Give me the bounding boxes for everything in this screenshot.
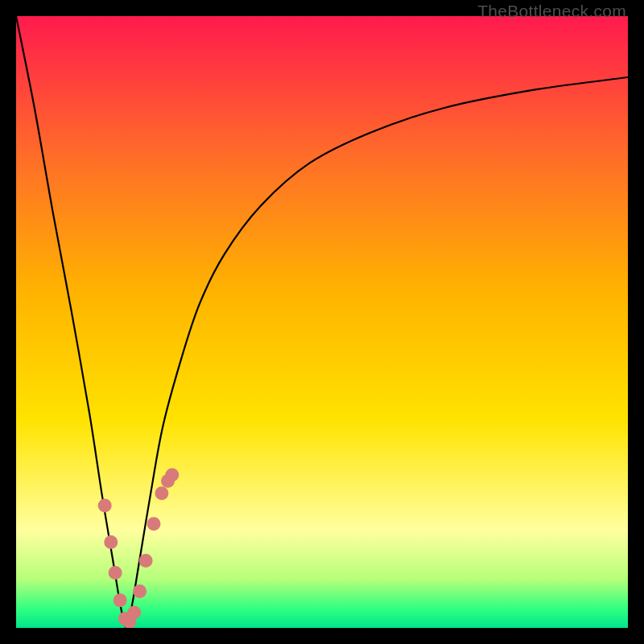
dot: [139, 554, 153, 568]
curve-layer: [16, 16, 628, 628]
dot: [155, 486, 168, 500]
highlight-dots: [98, 469, 180, 629]
attribution-text: TheBottleneck.com: [477, 2, 626, 21]
dot: [165, 469, 179, 482]
dot: [147, 517, 161, 530]
dot: [109, 566, 122, 580]
dot: [114, 593, 127, 607]
dot: [127, 606, 141, 620]
dot: [104, 535, 118, 549]
outer-frame: TheBottleneck.com: [0, 0, 644, 644]
plot-area: [16, 16, 628, 628]
dot: [133, 584, 147, 598]
dot: [98, 499, 112, 513]
